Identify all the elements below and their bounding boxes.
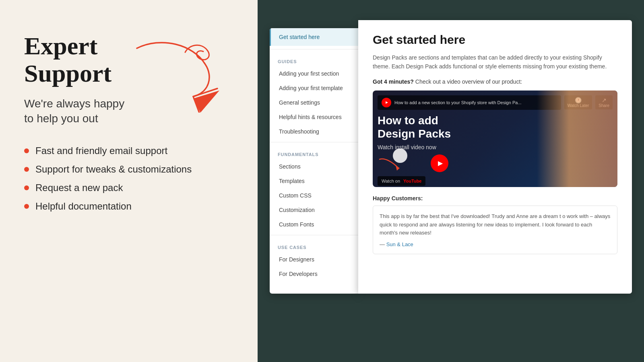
youtube-logo: YouTube (403, 179, 421, 183)
testimonial-author-link[interactable]: Sun & Lace (386, 241, 413, 247)
video-top-text: How to add a new section to your Shopify… (394, 100, 522, 105)
nav-section-fundamentals: FUNDAMENTALS (270, 146, 358, 159)
nav-item-helpful-hints[interactable]: Helpful hints & resources (270, 110, 358, 124)
bullet-dot (24, 185, 29, 190)
testimonial-author: — Sun & Lace (380, 241, 611, 247)
content-description: Design Packs are sections and templates … (373, 53, 617, 71)
sidebar-navigation[interactable]: Get started here GUIDES Adding your firs… (270, 28, 358, 294)
list-item: Fast and friendly email support (24, 145, 233, 156)
video-watch-install-text: Watch install video now (378, 144, 436, 150)
bullet-dot (24, 204, 29, 209)
nav-item-templates[interactable]: Templates (270, 174, 358, 188)
feature-list: Fast and friendly email support Support … (24, 145, 233, 212)
nav-item-troubleshooting[interactable]: Troubleshooting (270, 124, 358, 139)
video-person-background (537, 90, 617, 187)
nav-item-custom-fonts[interactable]: Custom Fonts (270, 217, 358, 232)
nav-section-use-cases: USE CASES (270, 239, 358, 252)
youtube-icon (382, 98, 391, 107)
nav-divider (270, 49, 358, 49)
happy-customers-label: Happy Customers: (373, 195, 617, 202)
watch-on-label: Watch on (382, 179, 400, 183)
nav-item-adding-first-template[interactable]: Adding your first template (270, 81, 358, 95)
nav-item-general-settings[interactable]: General settings (270, 95, 358, 110)
testimonial-text: This app is by far the best that I've do… (380, 212, 611, 237)
video-play-button[interactable] (431, 154, 448, 172)
nav-divider (270, 142, 358, 142)
nav-item-get-started[interactable]: Get started here (270, 28, 358, 46)
nav-item-sections[interactable]: Sections (270, 159, 358, 174)
bullet-dot (24, 148, 29, 153)
got-minutes-text: Got 4 minutes? Check out a video overvie… (373, 78, 617, 85)
nav-item-custom-css[interactable]: Custom CSS (270, 188, 358, 203)
svg-marker-0 (396, 165, 400, 171)
list-item: Request a new pack (24, 182, 233, 193)
video-thumbnail[interactable]: How to add a new section to your Shopify… (373, 90, 617, 187)
list-item: Helpful documentation (24, 201, 233, 212)
video-big-title: How to add Design Packs (378, 114, 451, 141)
main-content-panel: Get started here Design Packs are sectio… (358, 20, 632, 294)
nav-item-for-developers[interactable]: For Developers (270, 267, 358, 281)
list-item: Support for tweaks & customizations (24, 164, 233, 175)
testimonial-box: This app is by far the best that I've do… (373, 206, 617, 254)
video-title-bar: How to add a new section to your Shopify… (378, 95, 561, 110)
content-title: Get started here (373, 33, 617, 47)
nav-item-for-designers[interactable]: For Designers (270, 252, 358, 267)
nav-divider (270, 235, 358, 235)
video-circle-decoration (393, 148, 407, 163)
nav-item-adding-first-section[interactable]: Adding your first section (270, 66, 358, 81)
nav-section-guides: GUIDES (270, 53, 358, 66)
decorative-arrow (113, 32, 242, 113)
bullet-dot (24, 167, 29, 172)
right-panel: Get started here GUIDES Adding your firs… (258, 0, 644, 362)
video-bottom-bar: Watch on YouTube (378, 176, 425, 186)
nav-item-customization[interactable]: Customization (270, 203, 358, 217)
left-panel: Expert Support We're always happy to hel… (0, 0, 258, 362)
